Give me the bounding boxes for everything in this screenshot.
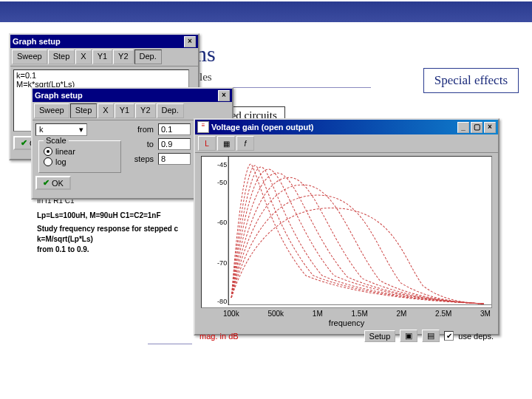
tab-x[interactable]: X (98, 103, 113, 118)
tab-sweep[interactable]: Sweep (34, 103, 69, 118)
tab-y2[interactable]: Y2 (135, 103, 155, 118)
tab-x[interactable]: X (75, 50, 91, 64)
setup-button[interactable]: Setup (364, 330, 396, 342)
window-titlebar[interactable]: Graph setup × (10, 35, 198, 48)
tab-y2[interactable]: Y2 (113, 50, 133, 64)
tab-sweep[interactable]: Sweep (12, 50, 47, 64)
plot-window: ≡Voltage gain (open output) _ ▢ × L ▦ f (194, 118, 499, 335)
check-icon: ✔ (43, 178, 50, 188)
steps-input[interactable]: 8 (158, 153, 191, 165)
tab-step[interactable]: Step (70, 103, 98, 118)
use-deps-label: use deps. (458, 332, 494, 341)
svg-text:-50: -50 (217, 179, 227, 186)
chevron-down-icon: ▾ (79, 125, 83, 134)
svg-text:-80: -80 (217, 298, 227, 305)
tab-y1[interactable]: Y1 (92, 50, 112, 64)
trace-legend: mag. in dB (200, 332, 239, 341)
app-icon: ≡ (197, 121, 209, 133)
close-icon[interactable]: × (184, 36, 196, 47)
scale-linear-radio[interactable]: linear (44, 147, 116, 156)
grid-button[interactable]: ▦ (217, 136, 235, 151)
freq-button[interactable]: f (236, 136, 254, 151)
graph-setup-tabs: Sweep Step X Y1 Y2 Dep. (10, 48, 198, 66)
underline-bottom (148, 344, 192, 344)
tab-dep[interactable]: Dep. (134, 50, 162, 64)
minimize-icon[interactable]: _ (457, 122, 469, 133)
tab-dep[interactable]: Dep. (157, 103, 184, 118)
tab-step[interactable]: Step (48, 50, 75, 64)
use-deps-checkbox[interactable]: ✔ (444, 331, 454, 341)
window-titlebar[interactable]: ≡Voltage gain (open output) _ ▢ × (195, 120, 498, 134)
svg-text:-70: -70 (217, 259, 227, 267)
maximize-icon[interactable]: ▢ (471, 122, 482, 133)
check-icon: ✔ (21, 138, 27, 148)
plot-canvas[interactable]: -45 -50 -60 -70 -80 (201, 156, 492, 308)
close-icon[interactable]: × (484, 122, 496, 133)
tool-button-1[interactable]: ▣ (400, 330, 417, 342)
svg-text:-60: -60 (217, 219, 227, 226)
ok-button[interactable]: ✔OK (35, 176, 71, 190)
scale-y-button[interactable]: L (198, 136, 216, 151)
app-titlebar (0, 1, 532, 22)
scale-group-label: Scale (44, 136, 69, 145)
from-input[interactable]: 0.1 (158, 123, 191, 135)
step-variable-select[interactable]: k▾ (35, 123, 87, 136)
x-axis-label: frequency (195, 318, 498, 328)
special-effects-box: Special effects (423, 68, 519, 93)
window-titlebar[interactable]: Graph setup × (33, 89, 232, 102)
tab-y1[interactable]: Y1 (115, 103, 134, 118)
tool-button-2[interactable]: ▤ (422, 330, 440, 342)
plot-toolbar: L ▦ f (195, 134, 498, 153)
scale-log-radio[interactable]: log (44, 157, 116, 166)
circuit-description: In I1 R1 C1 Lp=Ls=100uH, M=90uH C1=C2=1n… (37, 196, 178, 255)
close-icon[interactable]: × (218, 90, 230, 101)
to-input[interactable]: 0.9 (158, 138, 191, 150)
svg-text:-45: -45 (217, 161, 227, 168)
